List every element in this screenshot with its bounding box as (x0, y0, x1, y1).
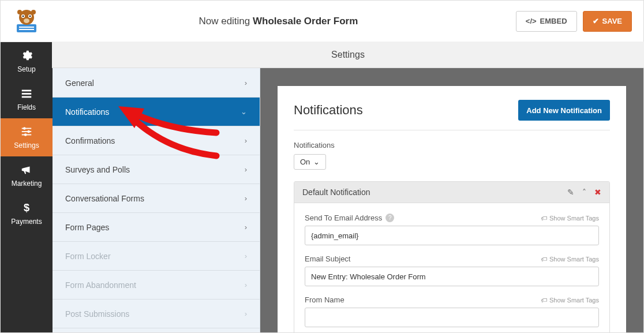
svg-point-17 (27, 130, 30, 133)
send-to-label: Send To Email Address? (305, 214, 394, 222)
save-button[interactable]: ✔ SAVE (583, 11, 632, 32)
chevron-right-icon: › (245, 252, 247, 260)
nav-label: Payments (11, 218, 42, 226)
chevron-right-icon: › (245, 136, 247, 145)
edit-icon[interactable]: ✎ (567, 188, 574, 197)
subnav-notifications[interactable]: Notifications⌄ (53, 98, 260, 126)
svg-point-19 (24, 133, 27, 136)
chevron-right-icon: › (245, 309, 247, 318)
primary-nav: Setup Fields Settings Marketing $ Paymen… (1, 42, 53, 332)
smart-tags-link[interactable]: 🏷Show Smart Tags (541, 215, 599, 222)
chevron-right-icon: › (245, 280, 247, 289)
svg-point-8 (24, 18, 29, 23)
svg-point-9 (17, 10, 22, 14)
chevron-right-icon: › (245, 223, 247, 231)
chevron-right-icon: › (245, 194, 247, 203)
smart-tags-link[interactable]: 🏷Show Smart Tags (541, 297, 599, 304)
chevron-right-icon: › (245, 78, 247, 87)
subnav-form-locker[interactable]: Form Locker› (53, 242, 260, 271)
embed-button[interactable]: </> EMBED (516, 11, 577, 32)
nav-setup[interactable]: Setup (1, 42, 53, 80)
nav-fields[interactable]: Fields (1, 80, 53, 118)
gear-icon (20, 49, 33, 62)
nav-label: Marketing (12, 179, 42, 188)
svg-text:$: $ (24, 201, 29, 214)
smart-tags-link[interactable]: 🏷Show Smart Tags (541, 256, 599, 263)
delete-icon[interactable]: ✖ (594, 188, 601, 197)
collapse-icon[interactable]: ˄ (582, 188, 586, 197)
page-title: Now editing Wholesale Order Form (41, 16, 516, 27)
code-icon: </> (526, 17, 537, 25)
svg-point-7 (29, 15, 31, 17)
nav-label: Fields (17, 103, 36, 111)
content-title: Notifications (294, 103, 363, 118)
svg-rect-1 (19, 27, 34, 28)
help-icon[interactable]: ? (385, 214, 394, 222)
tag-icon: 🏷 (541, 297, 547, 304)
add-notification-button[interactable]: Add New Notification (518, 100, 610, 121)
toggle-label: Notifications (294, 141, 610, 149)
chevron-right-icon: › (245, 165, 247, 174)
nav-label: Setup (17, 65, 35, 73)
chevron-down-icon: ⌄ (241, 107, 247, 116)
from-name-label: From Name (305, 295, 345, 304)
svg-point-6 (23, 15, 24, 17)
section-header: Settings (52, 42, 644, 68)
subnav-form-pages[interactable]: Form Pages› (53, 213, 260, 242)
subnav-conversational[interactable]: Conversational Forms› (53, 184, 260, 213)
notifications-toggle[interactable]: On ⌄ (294, 154, 326, 170)
dollar-icon: $ (20, 201, 33, 214)
svg-rect-11 (22, 90, 32, 92)
svg-point-15 (23, 127, 26, 130)
nav-payments[interactable]: $ Payments (1, 194, 53, 233)
bullhorn-icon (20, 163, 33, 176)
subnav-form-abandonment[interactable]: Form Abandonment› (53, 271, 260, 300)
tag-icon: 🏷 (541, 215, 547, 222)
svg-rect-2 (19, 29, 34, 30)
subject-input[interactable] (305, 267, 599, 286)
svg-rect-12 (22, 93, 32, 95)
from-name-input[interactable] (305, 308, 599, 327)
subnav-post-submissions[interactable]: Post Submissions› (53, 300, 260, 328)
nav-label: Settings (14, 141, 39, 149)
tag-icon: 🏷 (541, 256, 547, 263)
check-icon: ✔ (593, 17, 599, 25)
list-icon (20, 87, 33, 100)
settings-subnav: General› Notifications⌄ Confirmations› S… (53, 42, 260, 332)
nav-settings[interactable]: Settings (1, 118, 53, 156)
sliders-icon (20, 125, 33, 138)
subject-label: Email Subject (305, 255, 350, 263)
subnav-confirmations[interactable]: Confirmations› (53, 126, 260, 155)
subnav-general[interactable]: General› (53, 69, 260, 98)
chevron-down-icon: ⌄ (313, 158, 320, 166)
subnav-surveys[interactable]: Surveys and Polls› (53, 155, 260, 184)
svg-point-10 (31, 10, 36, 14)
send-to-input[interactable] (305, 226, 599, 245)
svg-rect-0 (17, 24, 36, 32)
app-logo (12, 7, 41, 36)
nav-marketing[interactable]: Marketing (1, 156, 53, 194)
card-title: Default Notification (302, 188, 370, 197)
svg-rect-13 (22, 96, 32, 98)
